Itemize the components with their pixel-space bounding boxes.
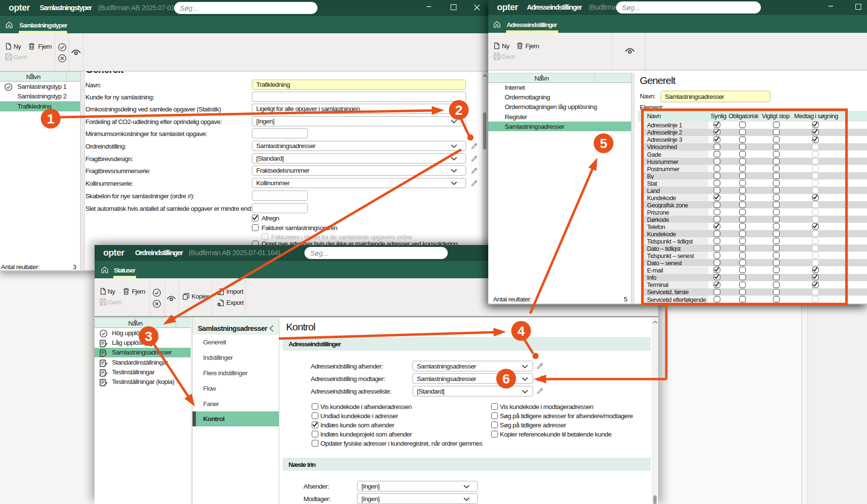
svg-text:4: 4 [517,324,525,339]
svg-text:5: 5 [600,136,607,151]
svg-text:3: 3 [145,329,152,344]
svg-text:2: 2 [455,103,463,118]
svg-text:1: 1 [47,111,55,126]
svg-text:6: 6 [502,371,510,386]
